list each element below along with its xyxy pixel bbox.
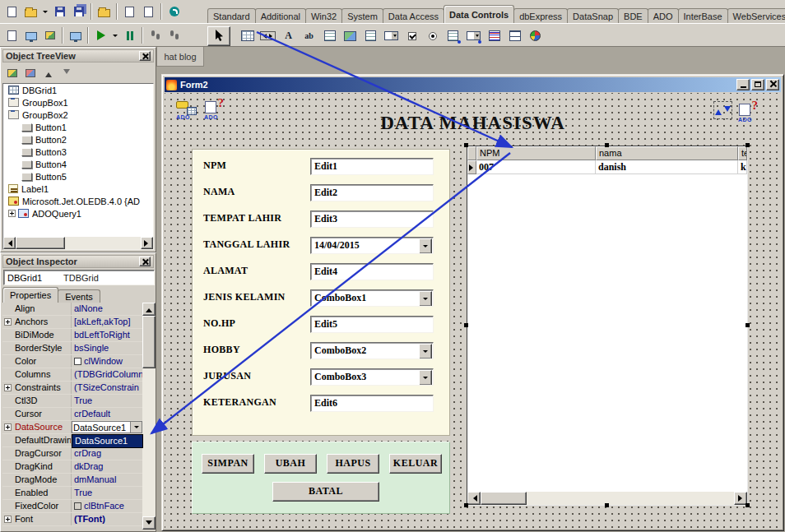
adoquery2-component[interactable]: ? ADO <box>737 100 759 123</box>
open-menu-button[interactable] <box>40 2 50 21</box>
palette-tab-data-access[interactable]: Data Access <box>383 8 444 23</box>
tree-item-label1[interactable]: Label1 <box>3 183 153 195</box>
datasource-component[interactable] <box>713 100 735 123</box>
palette-tab-webservices[interactable]: WebServices <box>727 8 785 23</box>
property-row-constraints[interactable]: Constraints(TSizeConstrain <box>2 382 142 395</box>
palette-tab-bde[interactable]: BDE <box>618 8 648 23</box>
tree-item-dbgrid1[interactable]: DBGrid1 <box>3 84 153 96</box>
toggle-unit-form-button[interactable] <box>40 26 59 45</box>
selection-handle-br[interactable] <box>746 503 750 507</box>
palette-tab-ado[interactable]: ADO <box>648 8 679 23</box>
instance-selector[interactable]: DBGrid1 TDBGrid <box>3 270 155 285</box>
property-row-enabled[interactable]: EnabledTrue <box>2 487 142 500</box>
view-form-button[interactable] <box>21 26 40 45</box>
palette-dbgrid-icon[interactable] <box>237 26 258 46</box>
palette-dbcombobox-icon[interactable] <box>381 26 402 46</box>
step-over-button[interactable] <box>165 26 183 45</box>
run-button[interactable] <box>91 26 110 45</box>
ubah-button[interactable]: UBAH <box>264 454 317 474</box>
save-all-button[interactable] <box>69 2 88 21</box>
dropdown-item-datasource1[interactable]: DataSource1 <box>72 435 142 447</box>
selection-handle-ml[interactable] <box>464 323 468 327</box>
property-row-cursor[interactable]: CursorcrDefault <box>2 408 142 421</box>
scroll-thumb[interactable] <box>481 492 527 505</box>
inspector-scrollbar[interactable] <box>142 303 156 530</box>
tree-item-adoquery1[interactable]: ADOQuery1 <box>3 207 153 220</box>
help-button[interactable] <box>165 2 183 21</box>
treeview-picture-button-1[interactable] <box>4 66 21 81</box>
trace-into-button[interactable] <box>146 26 165 45</box>
scroll-thumb[interactable] <box>142 316 156 368</box>
hobby-combobox[interactable]: ComboBox2 <box>310 342 434 359</box>
palette-dbcheckbox-icon[interactable] <box>402 26 422 46</box>
property-row-borderstyle[interactable]: BorderStylebsSingle <box>2 342 142 355</box>
tree-item-button3[interactable]: Button3 <box>3 146 153 158</box>
palette-dblookupcombobox-icon[interactable] <box>463 26 484 46</box>
add-to-project-button[interactable] <box>120 2 139 21</box>
nama-input[interactable]: Edit2 <box>310 184 434 201</box>
tab-events[interactable]: Events <box>58 289 100 303</box>
remove-from-project-button[interactable] <box>139 2 158 21</box>
palette-dbimage-icon[interactable] <box>340 26 360 46</box>
dropdown-button[interactable] <box>419 291 432 307</box>
selection-handle-tm[interactable] <box>605 143 609 147</box>
npm-input[interactable]: Edit1 <box>310 158 434 175</box>
jenis-kelamin-combobox[interactable]: ComboBox1 <box>310 289 434 307</box>
grid-cell-nama[interactable]: danish <box>596 160 738 174</box>
scroll-down-button[interactable] <box>142 516 156 530</box>
property-row-align[interactable]: AlignalNone <box>2 303 142 316</box>
expand-icon[interactable] <box>4 423 12 431</box>
grid-data-row[interactable]: 007 danish k <box>467 160 747 174</box>
treeview-hscrollbar[interactable] <box>3 237 153 249</box>
property-row-dragcursor[interactable]: DragCursorcrDrag <box>2 447 142 460</box>
property-row-anchors[interactable]: Anchors[akLeft,akTop] <box>2 316 142 329</box>
tree-item-button5[interactable]: Button5 <box>3 170 153 183</box>
dropdown-button[interactable] <box>419 370 432 386</box>
close-button[interactable] <box>766 79 779 90</box>
property-row-columns[interactable]: Columns(TDBGridColumn <box>2 368 142 382</box>
grid-header-npm[interactable]: NPM <box>476 146 596 160</box>
tree-item-groupbox1[interactable]: GroupBox1 <box>3 96 153 109</box>
move-up-button[interactable] <box>40 66 57 81</box>
expand-icon[interactable] <box>4 384 12 391</box>
tree-item-button1[interactable]: Button1 <box>3 121 153 133</box>
palette-tab-system[interactable]: System <box>341 8 383 23</box>
open-button[interactable] <box>21 2 40 21</box>
batal-button[interactable]: BATAL <box>272 482 379 502</box>
form-title-bar[interactable]: Form2 <box>165 77 781 92</box>
property-row-ctl3d[interactable]: Ctl3DTrue <box>2 395 142 408</box>
property-row-dragkind[interactable]: DragKinddkDrag <box>2 460 142 474</box>
keluar-button[interactable]: KELUAR <box>389 454 442 474</box>
keterangan-input[interactable]: Edit6 <box>310 395 434 412</box>
dropdown-button[interactable] <box>419 344 432 359</box>
alamat-input[interactable]: Edit4 <box>310 263 434 280</box>
tree-item-connection[interactable]: Microsoft.Jet.OLEDB.4.0 {AD <box>3 195 153 207</box>
property-row-fixedcolor[interactable]: FixedColorclBtnFace <box>2 500 142 513</box>
selection-handle-mr[interactable] <box>746 323 750 327</box>
background-window-tab[interactable]: hat blog <box>156 47 204 67</box>
palette-tab-datasnap[interactable]: DataSnap <box>567 8 619 23</box>
nohp-input[interactable]: Edit5 <box>310 316 434 333</box>
tempat-lahir-input[interactable]: Edit3 <box>310 210 434 228</box>
scroll-thumb[interactable] <box>16 237 65 249</box>
inspector-close-button[interactable] <box>139 257 151 266</box>
palette-dblookuplistbox-icon[interactable] <box>443 26 463 46</box>
palette-dbmemo-icon[interactable] <box>319 26 340 46</box>
datasource-dropdown[interactable]: DataSource1 <box>72 434 143 448</box>
selection-handle-bm[interactable] <box>605 503 609 507</box>
selection-handle-bl[interactable] <box>464 503 468 507</box>
dropdown-button[interactable] <box>130 422 142 433</box>
palette-tab-standard[interactable]: Standard <box>207 8 256 23</box>
new-form-button[interactable] <box>66 26 85 45</box>
palette-dbedit-icon[interactable]: ab <box>299 26 319 46</box>
palette-dbchart-icon[interactable] <box>525 26 546 46</box>
treeview-close-button[interactable] <box>139 51 151 61</box>
property-row-font[interactable]: Font(TFont) <box>2 513 142 526</box>
tree-item-button4[interactable]: Button4 <box>3 158 153 170</box>
tab-properties[interactable]: Properties <box>2 287 58 303</box>
palette-tab-additional[interactable]: Additional <box>255 8 306 23</box>
simpan-button[interactable]: SIMPAN <box>202 454 254 474</box>
palette-tab-dbexpress[interactable]: dbExpress <box>513 8 568 23</box>
scroll-track[interactable] <box>65 237 141 249</box>
expand-icon[interactable] <box>4 516 12 523</box>
